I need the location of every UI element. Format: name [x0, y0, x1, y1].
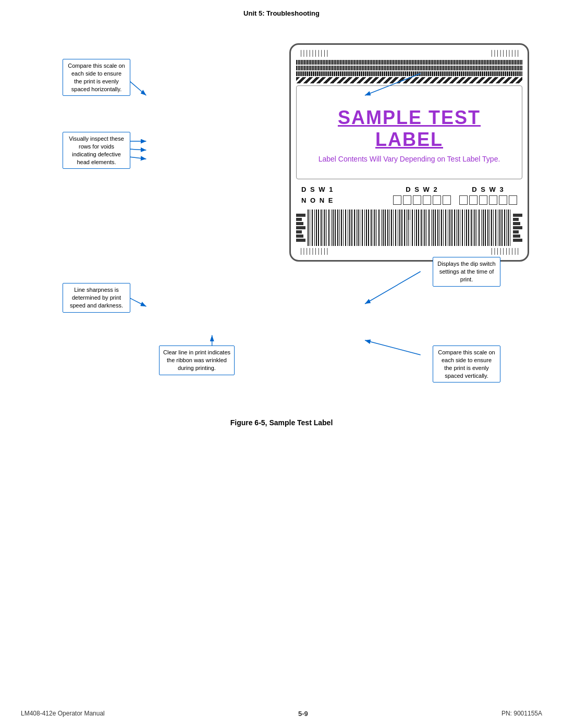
dsw2-switches [393, 195, 451, 205]
scale-line [513, 222, 520, 225]
none-label: N O N E [301, 195, 334, 206]
footer-left: LM408-412e Operator Manual [21, 710, 105, 718]
test-row-1 [296, 60, 522, 65]
label-wrapper: ││││││││││ ││││││││││ SAMPLE TEST LABEL … [154, 43, 404, 262]
scale-line [513, 218, 519, 221]
scale-line [296, 239, 305, 242]
scale-line [296, 218, 302, 221]
dsw3-group: D S W 3 [459, 186, 517, 205]
label-card: ││││││││││ ││││││││││ SAMPLE TEST LABEL … [289, 43, 529, 262]
switch-box [403, 195, 411, 205]
scale-line [296, 214, 305, 217]
barcode-scale-left [296, 214, 305, 242]
scale-line [296, 230, 302, 233]
diagram-container: Compare this scale on each side to ensur… [31, 28, 532, 403]
sample-title: SAMPLE TEST LABEL [307, 107, 511, 151]
switch-box [433, 195, 441, 205]
dsw1-label: D S W 1 [301, 184, 334, 195]
scale-line [296, 226, 305, 229]
test-row-2 [296, 66, 522, 70]
scale-marks-bottom-left: ││││││││││ [299, 248, 328, 255]
scale-top: ││││││││││ ││││││││││ [296, 50, 522, 57]
switch-box [489, 195, 497, 205]
scale-marks-top-right: ││││││││││ [490, 50, 519, 57]
scale-marks-bottom-right: ││││││││││ [490, 248, 519, 255]
test-rows [296, 60, 522, 83]
scale-line [513, 235, 520, 238]
svg-line-6 [365, 272, 421, 304]
scale-line [513, 230, 519, 233]
test-row-checker [296, 77, 522, 83]
scale-line [513, 239, 522, 242]
switch-box [423, 195, 431, 205]
scale-line [513, 226, 522, 229]
sample-label-box: SAMPLE TEST LABEL Label Contents Will Va… [296, 85, 522, 179]
callout-compare-bottom: Compare this scale on each side to ensur… [433, 346, 500, 382]
scale-marks-top-left: ││││││││││ [299, 50, 328, 57]
header-title: Unit 5: Troubleshooting [243, 9, 320, 17]
callout-line-sharpness: Line sharpness is determined by print sp… [63, 283, 130, 313]
main-content: Compare this scale on each side to ensur… [0, 28, 563, 437]
switch-box [509, 195, 517, 205]
callout-displays-dip: Displays the dip switch settings at the … [433, 257, 500, 287]
dsw2-label: D S W 2 [393, 186, 451, 193]
barcode-main [308, 209, 511, 246]
dsw-section: D S W 1 N O N E D S W 2 [296, 184, 522, 206]
barcode-scale-right [513, 214, 522, 242]
scale-line [296, 235, 303, 238]
footer-center: 5-9 [298, 710, 308, 718]
page-header: Unit 5: Troubleshooting [0, 0, 563, 22]
scale-line [513, 214, 522, 217]
switch-box [413, 195, 421, 205]
callout-clear-line: Clear line in print indicates the ribbon… [159, 346, 235, 375]
switch-box [499, 195, 507, 205]
switch-box [459, 195, 468, 205]
switch-box [443, 195, 451, 205]
sample-subtitle: Label Contents Will Vary Depending on Te… [319, 155, 500, 163]
switch-box [393, 195, 401, 205]
callout-visually-inspect: Visually inspect these rows for voids in… [63, 132, 130, 169]
scale-line [296, 222, 303, 225]
switch-box [469, 195, 478, 205]
dsw-labels: D S W 1 N O N E [301, 184, 334, 206]
callout-compare-top: Compare this scale on each side to ensur… [63, 59, 130, 96]
barcode-void [409, 220, 410, 256]
dsw2-group: D S W 2 [393, 186, 451, 205]
test-row-3 [296, 71, 522, 76]
barcode-area [296, 209, 522, 246]
switch-box [479, 195, 487, 205]
dsw-switches: D S W 2 D S W 3 [393, 186, 517, 205]
figure-caption: Figure 6-5, Sample Test Label [31, 418, 532, 437]
svg-line-7 [365, 340, 421, 355]
footer-right: PN: 9001155A [501, 710, 542, 718]
dsw3-label: D S W 3 [459, 186, 517, 193]
dsw3-switches [459, 195, 517, 205]
page-footer: LM408-412e Operator Manual 5-9 PN: 90011… [0, 710, 563, 718]
